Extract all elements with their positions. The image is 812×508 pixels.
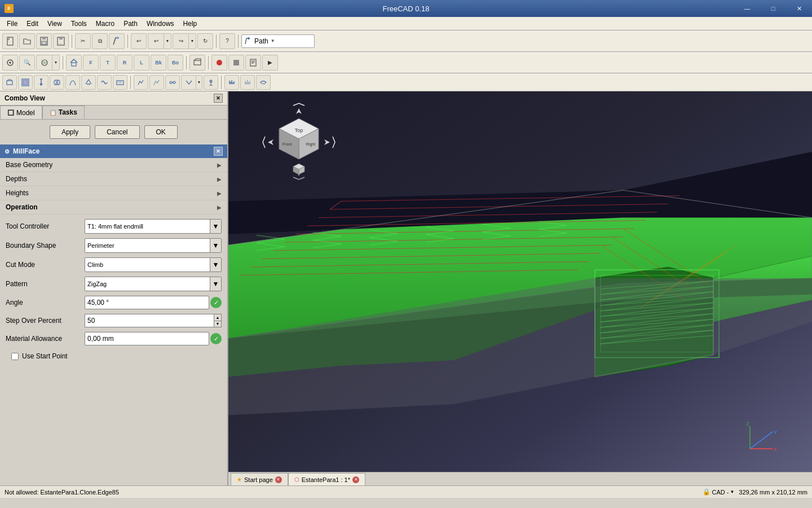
adaptive-button[interactable] (97, 75, 112, 90)
cut-button[interactable]: ✂ (75, 33, 91, 49)
display-mode-button[interactable] (36, 55, 52, 71)
dressup-dropdown-main[interactable] (181, 75, 196, 90)
new-file-button[interactable] (2, 33, 18, 49)
material-allowance-input[interactable] (85, 332, 209, 345)
back-view-button[interactable]: Bk (151, 55, 166, 71)
select-face-button[interactable] (189, 55, 205, 71)
apply-button[interactable]: Apply (50, 125, 90, 139)
pattern-row: Pattern ZigZag ▼ (6, 277, 222, 291)
menu-tools[interactable]: Tools (67, 19, 91, 29)
tool-controller-arrow[interactable]: ▼ (210, 220, 221, 233)
tab-tasks[interactable]: 📋 Tasks (42, 106, 85, 119)
menu-path[interactable]: Path (119, 19, 142, 29)
cut-mode-dropdown[interactable]: Climb ▼ (85, 257, 222, 272)
select-box-button[interactable] (2, 55, 18, 71)
dressup3-button[interactable] (165, 75, 180, 90)
save-button[interactable] (36, 33, 52, 49)
copy-button[interactable]: ⧉ (92, 33, 108, 49)
refresh-button[interactable]: ↻ (197, 33, 213, 49)
path-icon-button[interactable] (109, 33, 125, 49)
use-start-point-label[interactable]: Use Start Point (22, 352, 68, 360)
save-as-button[interactable]: ... (53, 33, 69, 49)
tool-controller-value: T1: 4mm flat endmill (85, 223, 210, 230)
undo-button[interactable]: ↩ (131, 33, 147, 49)
menu-macro[interactable]: Macro (91, 19, 119, 29)
navigation-cube[interactable]: Top Right Front (262, 103, 336, 176)
boundary-shape-arrow[interactable]: ▼ (210, 239, 221, 252)
maximize-button[interactable]: □ (760, 0, 786, 17)
dressup-dropdown-arrow[interactable]: ▼ (196, 75, 202, 90)
post-process1-button[interactable] (224, 75, 239, 90)
estante-label: EstantePara1 : 1* (302, 476, 350, 483)
cad-status[interactable]: 🔒 CAD - ▼ (703, 488, 734, 496)
pattern-dropdown[interactable]: ZigZag ▼ (85, 277, 222, 291)
pocket-button[interactable] (18, 75, 33, 90)
engrave-button[interactable] (65, 75, 80, 90)
millface-header[interactable]: ⚙ MillFace ✕ (0, 144, 227, 158)
cut-mode-arrow[interactable]: ▼ (210, 258, 221, 271)
probe-button[interactable] (204, 75, 218, 90)
menu-file[interactable]: File (2, 19, 22, 29)
slot-button[interactable] (50, 75, 64, 90)
step-over-input[interactable] (85, 314, 214, 327)
tab-model[interactable]: 🔲 Model (0, 106, 42, 119)
step-over-up-button[interactable]: ▲ (214, 314, 221, 321)
post-process2-button[interactable] (240, 75, 255, 90)
window-title: FreeCAD 0.18 (382, 5, 429, 13)
menu-help[interactable]: Help (179, 19, 202, 29)
bottom-view-button[interactable]: Bo (167, 55, 183, 71)
right-view-button[interactable]: R (117, 55, 133, 71)
zoom-button[interactable]: 🔍 (19, 55, 35, 71)
deburr-button[interactable] (81, 75, 96, 90)
top-view-button[interactable]: T (100, 55, 116, 71)
menu-view[interactable]: View (43, 19, 67, 29)
menu-edit[interactable]: Edit (22, 19, 43, 29)
redo-main-button[interactable]: ↪ (173, 33, 188, 49)
redo-dropdown-button[interactable]: ▼ (188, 33, 196, 49)
macro-record-button[interactable] (211, 55, 227, 71)
close-button[interactable]: ✕ (786, 0, 812, 17)
heights-row[interactable]: Heights ▶ (0, 186, 227, 200)
estante-close-button[interactable]: ✕ (352, 476, 359, 483)
combo-view-close-btn[interactable]: ✕ (214, 94, 223, 103)
step-over-spinner: ▲ ▼ (85, 314, 222, 327)
tab-estante[interactable]: ⬡ EstantePara1 : 1* ✕ (288, 473, 365, 485)
workbench-dropdown[interactable]: Path ▼ (241, 34, 315, 48)
cancel-button[interactable]: Cancel (95, 125, 139, 139)
front-view-button[interactable]: F (83, 55, 99, 71)
viewport[interactable]: Top Right Front Y X Z (228, 91, 812, 485)
pocket-shape-button[interactable] (113, 75, 127, 90)
display-mode-dropdown[interactable]: ▼ (52, 55, 60, 71)
macro-stop-button[interactable] (228, 55, 244, 71)
menu-windows[interactable]: Windows (142, 19, 179, 29)
profile-face-button[interactable] (2, 75, 17, 90)
dressup2-button[interactable] (149, 75, 164, 90)
path-sep-2 (221, 76, 222, 89)
boundary-shape-dropdown[interactable]: Perimeter ▼ (85, 238, 222, 253)
start-page-close-button[interactable]: ✕ (275, 476, 282, 483)
undo-main-button[interactable]: ↩ (148, 33, 164, 49)
tab-start-page[interactable]: ★ Start page ✕ (231, 473, 288, 485)
open-file-button[interactable] (19, 33, 35, 49)
step-over-down-button[interactable]: ▼ (214, 321, 221, 327)
help-button[interactable]: ? (219, 33, 235, 49)
home-view-button[interactable] (66, 55, 82, 71)
ok-button[interactable]: OK (144, 125, 178, 139)
millface-expand-button[interactable]: ✕ (214, 147, 223, 156)
angle-input[interactable] (85, 296, 209, 309)
post-process3-button[interactable] (256, 75, 271, 90)
macro-edit-button[interactable] (245, 55, 261, 71)
cut-mode-label: Cut Mode (6, 261, 85, 269)
pattern-arrow[interactable]: ▼ (210, 277, 221, 291)
minimize-button[interactable]: — (734, 0, 760, 17)
drill-button[interactable] (34, 75, 48, 90)
undo-dropdown-button[interactable]: ▼ (164, 33, 171, 49)
base-geometry-row[interactable]: Base Geometry ▶ (0, 158, 227, 172)
app-icon: F (5, 4, 14, 13)
use-start-point-checkbox[interactable] (11, 353, 19, 360)
depths-row[interactable]: Depths ▶ (0, 172, 227, 186)
tool-controller-dropdown[interactable]: T1: 4mm flat endmill ▼ (85, 219, 222, 234)
dressup1-button[interactable] (134, 75, 148, 90)
left-view-button[interactable]: L (134, 55, 149, 71)
macro-run-button[interactable]: ▶ (262, 55, 278, 71)
